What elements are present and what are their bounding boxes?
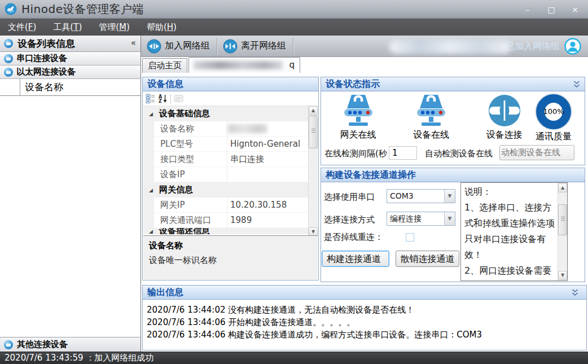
category-row-clipped[interactable]: ◢ 设备描述信息 [143,228,308,234]
combo-arrow-icon[interactable]: ▼ [444,190,455,203]
combo-arrow-icon[interactable]: ▼ [444,212,455,225]
channel-operations-panel: 构建设备连接通道操作 选择使用串口 COM3 ▼ 选择连接方式 编程连接 ▼ 是… [321,168,585,282]
log-line: 2020/7/6 13:44:06 构建设备连接通道成功，编程方式连接串口设备。… [147,328,582,341]
toolbar-separator [170,94,171,104]
menu-bar: 文件(F) 工具(T) 管理(M) 帮助(H) [0,19,588,36]
sidebar-item-ethernet-devices[interactable]: 以太网连接设备 [0,65,141,79]
property-row-interface-type[interactable]: 接口类型 串口连接 [143,152,308,167]
device-connect-icon [488,94,521,128]
sidebar-item-serial-devices[interactable]: 串口连接设备 [0,52,141,65]
title-bar: Hinode设备管理客户端 – □ × [0,0,588,19]
gateway-online-icon [340,94,376,128]
serial-port-select[interactable]: COM3 ▼ [387,189,455,203]
channel-buttons-row: 构建连接通道 散销连接通道 [321,251,462,267]
build-channel-button[interactable]: 构建连接通道 [322,251,389,267]
property-description-box: 设备名称 设备唯一标识名称 [143,235,318,279]
device-status-panel: 设备状态指示 网关在线 [321,77,585,165]
maximize-button[interactable]: □ [544,5,559,14]
column-divider [20,79,20,96]
instructions-scrollbar[interactable]: ▲ ▼ [558,183,567,280]
indicator-comm-quality: 100% 通讯质量 [525,94,582,143]
sidebar-title: 设备列表信息 [17,37,75,50]
scroll-up-icon[interactable]: ▲ [558,183,567,192]
channel-panel-header: 构建设备连接通道操作 [321,168,585,182]
menu-manage[interactable]: 管理(M) [99,22,130,33]
device-info-header: 设备信息 [143,77,318,91]
serial-port-label: 选择使用串口 [324,192,375,203]
toolbar-separator [293,38,293,55]
categorized-icon[interactable] [146,94,155,103]
collapse-left-icon[interactable]: « [131,38,136,48]
indicator-gateway-online: 网关在线 [326,94,390,141]
auto-detect-label: 自动检测设备在线 [425,148,493,159]
auto-detect-button[interactable]: 自动检测设备在线 [499,145,574,160]
main-content: 设备信息 A Z [141,73,588,352]
interval-input[interactable] [389,146,417,160]
redacted-device-name [228,124,267,133]
output-panel: 输出信息 2020/7/6 13:44:02 没有构建连接通道，无法自动检测设备… [142,285,587,350]
minimize-button[interactable]: – [520,5,535,14]
destroy-channel-button[interactable]: 散销连接通道 [396,251,459,267]
scroll-up-icon[interactable]: ▲ [309,106,318,115]
category-row[interactable]: ◢ 设备基础信息 [143,106,308,121]
collapse-down-icon[interactable] [573,81,580,88]
leave-network-button[interactable]: 离开网络组 [217,37,293,55]
join-network-button[interactable]: 加入网络组 [141,37,217,55]
leave-network-label: 离开网络组 [241,40,286,52]
scroll-down-icon[interactable]: ▼ [558,271,567,280]
window-title: Hinode设备管理客户端 [21,2,144,17]
property-row-device-name[interactable]: 设备名称 [143,121,308,137]
quality-donut: 100% [536,94,571,129]
menu-tools[interactable]: 工具(T) [53,22,82,33]
menu-file[interactable]: 文件(F) [8,22,36,33]
device-info-panel: 设备信息 A Z [142,77,319,280]
ethernet-device-icon [4,68,13,77]
property-row-device-ip[interactable]: 设备IP [143,167,308,182]
serial-device-icon [4,54,13,63]
instructions-box: 说明： 1、选择串口、连接方式和掉线重连操作选项只对串口连接设备有效！ 2、网口… [460,182,568,281]
property-row-gateway-ip[interactable]: 网关IP 10.20.30.158 [143,198,308,213]
category-row[interactable]: ◢ 网关信息 [143,182,308,198]
scrollbar-thumb[interactable] [558,204,567,235]
collapse-triangle-icon: ◢ [149,229,157,234]
output-header: 输出信息 [143,286,586,300]
property-grid-scrollbar[interactable]: ▲ ▼ [308,106,318,236]
connect-method-label: 选择连接方式 [324,214,375,225]
redacted-tab-title [194,61,283,69]
sort-az-icon[interactable]: A Z [158,94,168,103]
indicator-device-online: 设备在线 [400,94,462,141]
tab-device-page[interactable]: q [188,57,300,73]
property-row-gateway-port[interactable]: 网关通讯端口 1989 [143,213,308,228]
device-status-header: 设备状态指示 [321,77,585,91]
tab-title-suffix: q [289,60,295,70]
collapse-triangle-icon: ◢ [149,111,157,117]
close-button[interactable]: × [568,5,582,14]
connect-method-select[interactable]: 编程连接 ▼ [387,212,455,226]
device-list-icon [4,39,13,48]
menu-help[interactable]: 帮助(H) [147,22,177,33]
app-icon [5,3,17,15]
tab-home[interactable]: 启动主页 [142,58,187,73]
scrollbar-thumb[interactable] [309,116,318,148]
property-row-plc-model[interactable]: PLC型号 Hignton-General [143,137,308,152]
application-window: Hinode设备管理客户端 – □ × 文件(F) 工具(T) 管理(M) 帮助… [0,0,588,364]
online-check-row: 在线检测间隔(秒 自动检测设备在线 自动检测设备在线 [321,145,585,163]
network-toolbar: 加入网络组 离开网络组 已加入网络组 [141,36,588,57]
svg-text:Z: Z [159,99,162,103]
redacted-user-info [389,40,511,54]
network-status-label: 已加入网络组 [506,41,560,52]
device-name-column-header[interactable]: 设备名称 [0,79,141,96]
collapse-down-icon[interactable] [572,289,578,296]
sidebar-item-other-devices[interactable]: 其他连接设备 [0,337,141,352]
log-line: 2020/7/6 13:44:02 没有构建连接通道，无法自动检测设备是否在线！ [147,304,582,316]
property-grid: ◢ 设备基础信息 设备名称 PLC型号 Hignton-General 接口类型… [143,106,308,235]
user-icon[interactable] [564,38,581,55]
reconnect-row: 是否掉线重连： [321,232,457,243]
reconnect-checkbox[interactable] [406,233,414,242]
description-text: 设备唯一标识名称 [149,255,312,266]
join-network-icon [147,39,161,54]
output-log: 2020/7/6 13:44:02 没有构建连接通道，无法自动检测设备是否在线！… [143,300,586,349]
device-online-icon [413,94,449,128]
description-title: 设备名称 [149,240,312,251]
collapse-triangle-icon: ◢ [149,187,157,193]
